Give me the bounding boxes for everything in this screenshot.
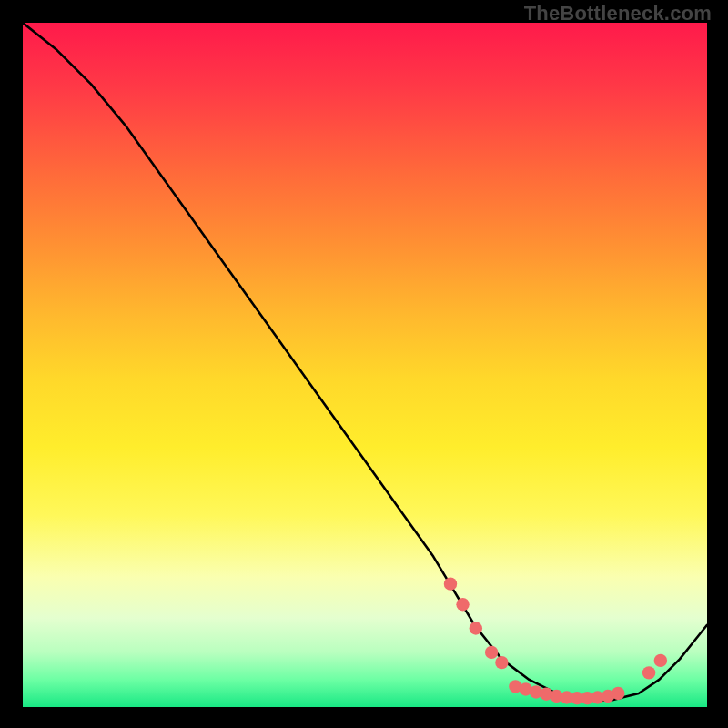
chart-frame: TheBottleneck.com bbox=[0, 0, 728, 728]
data-marker bbox=[642, 666, 655, 679]
data-marker bbox=[456, 598, 469, 611]
data-marker bbox=[612, 687, 624, 700]
data-marker bbox=[444, 577, 457, 590]
plot-area bbox=[23, 23, 707, 707]
chart-svg bbox=[23, 23, 707, 707]
curve-line bbox=[23, 23, 707, 700]
data-marker bbox=[495, 656, 508, 669]
data-marker bbox=[654, 654, 667, 667]
data-marker bbox=[485, 646, 498, 659]
data-marker bbox=[470, 622, 482, 634]
